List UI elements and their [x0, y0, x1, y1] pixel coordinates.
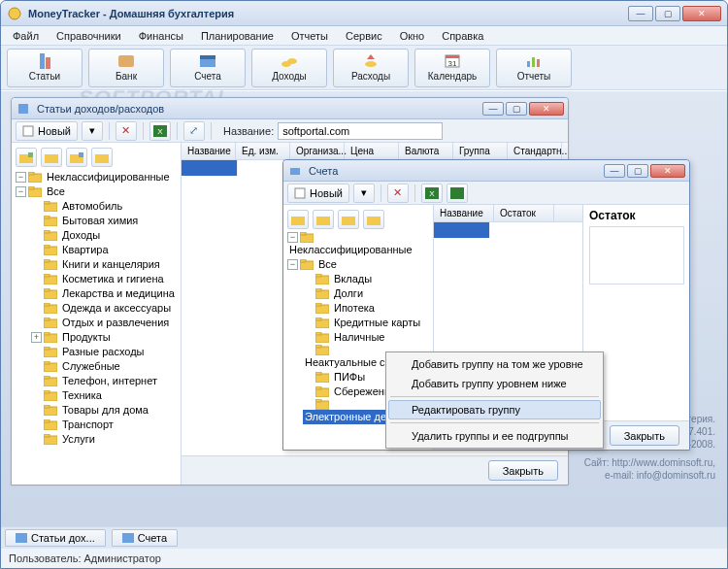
tree-item[interactable]: −ВсеАвтомобильБытовая химияДоходыКвартир… — [16, 184, 179, 447]
new-button[interactable]: Новый — [287, 184, 349, 203]
toolbar-income[interactable]: Доходы — [251, 49, 327, 87]
toolbar-expenses[interactable]: Расходы — [333, 49, 409, 87]
close-button[interactable]: ✕ — [682, 6, 721, 21]
menu-help[interactable]: Справка — [434, 28, 491, 44]
excel2-icon — [450, 187, 464, 199]
delete-button[interactable]: ✕ — [387, 184, 409, 203]
tree-item[interactable]: −Неклассифицированные — [16, 170, 179, 184]
articles-tree[interactable]: −Неклассифицированные−ВсеАвтомобильБытов… — [12, 143, 182, 485]
toolbar-accounts[interactable]: Счета — [170, 49, 246, 87]
expander-icon[interactable]: + — [31, 332, 42, 343]
minimize-button[interactable]: — — [628, 6, 653, 21]
ctx-add-same-level[interactable]: Добавить группу на том же уровне — [388, 354, 601, 374]
svg-rect-94 — [16, 533, 27, 543]
menu-directories[interactable]: Справочники — [49, 28, 129, 44]
tree-item[interactable]: Книги и канцелярия — [31, 257, 179, 272]
toolbar-dropdown[interactable]: ▾ — [82, 121, 103, 141]
tree-item[interactable]: Вклады — [303, 272, 431, 286]
tree-item[interactable]: Кредитные карты — [303, 316, 431, 330]
tree-item[interactable]: Косметика и гигиена — [31, 272, 179, 286]
child-minimize-button[interactable]: — — [482, 102, 504, 116]
tree-item[interactable]: Автомобиль — [31, 199, 179, 214]
grid-column-header[interactable]: Остаток — [494, 205, 554, 221]
tree-item[interactable]: +Продукты — [31, 330, 179, 345]
tree-item[interactable]: Телефон, интернет — [31, 374, 179, 388]
child-maximize-button[interactable]: ▢ — [506, 102, 527, 116]
ctx-edit-group[interactable]: Редактировать группу — [388, 400, 601, 419]
tree-item[interactable]: Наличные — [303, 330, 431, 345]
tree-item[interactable]: Долги — [303, 286, 431, 301]
grid-column-header[interactable]: Цена — [345, 143, 399, 159]
ctx-delete-group[interactable]: Удалить группы и ее подгруппы — [388, 426, 601, 446]
add-subfolder-button[interactable] — [41, 148, 62, 167]
child-close-button[interactable]: ✕ — [650, 164, 685, 178]
expander-icon[interactable]: − — [16, 186, 26, 197]
tree-item[interactable]: −Неклассифицированные — [287, 232, 431, 257]
grid-column-header[interactable]: Валюта — [399, 143, 453, 159]
excel2-button[interactable] — [447, 184, 468, 203]
expander-icon[interactable]: − — [287, 232, 298, 243]
svg-rect-54 — [44, 376, 50, 379]
close-dialog-button[interactable]: Закрыть — [610, 425, 679, 446]
tree-item[interactable]: Одежда и аксессуары — [31, 301, 179, 316]
child-maximize-button[interactable]: ▢ — [627, 164, 648, 178]
tree-item[interactable]: Доходы — [31, 228, 179, 243]
edit-folder-button[interactable] — [338, 210, 359, 229]
folder-icon — [315, 399, 329, 410]
delete-button[interactable]: ✕ — [116, 121, 137, 141]
delete-folder-button[interactable] — [363, 210, 384, 229]
toolbar-dropdown[interactable]: ▾ — [353, 184, 375, 203]
tree-item[interactable]: Бытовая химия — [31, 214, 179, 228]
toolbar-reports[interactable]: Отчеты — [496, 49, 572, 87]
tree-item[interactable]: Разные расходы — [31, 345, 179, 359]
add-subfolder-button[interactable] — [313, 210, 334, 229]
edit-folder-button[interactable] — [66, 148, 87, 167]
delete-folder-button[interactable] — [91, 148, 113, 167]
maximize-button[interactable]: ▢ — [655, 6, 680, 21]
grid-column-header[interactable]: Название — [182, 143, 236, 159]
menu-service[interactable]: Сервис — [338, 28, 390, 44]
tab-articles[interactable]: Статьи дох... — [5, 529, 106, 547]
tree-item[interactable]: Служебные — [31, 359, 179, 374]
grid-column-header[interactable]: Организа... — [290, 143, 345, 159]
grid-column-header[interactable]: Группа — [453, 143, 508, 159]
menu-reports[interactable]: Отчеты — [283, 28, 336, 44]
grid-column-header[interactable]: Название — [434, 205, 494, 221]
menu-planning[interactable]: Планирование — [193, 28, 281, 44]
menu-file[interactable]: Файл — [5, 28, 47, 44]
toolbar-calendar[interactable]: 31 Календарь — [414, 49, 490, 87]
grid-column-header[interactable]: Стандартн... — [508, 143, 562, 159]
grid-header[interactable]: НазваниеЕд. изм.Организа...ЦенаВалютаГру… — [182, 143, 568, 160]
grid-column-header[interactable]: Ед. изм. — [236, 143, 290, 159]
child-minimize-button[interactable]: — — [604, 164, 625, 178]
add-folder-button[interactable] — [16, 148, 37, 167]
tree-item[interactable]: Квартира — [31, 243, 179, 257]
name-input[interactable] — [278, 122, 443, 140]
grid-row[interactable] — [434, 222, 582, 238]
toolbar-bank[interactable]: Банк — [88, 49, 164, 87]
tree-item[interactable]: Техника — [31, 388, 179, 403]
toolbar-articles[interactable]: Статьи — [7, 49, 83, 87]
svg-rect-95 — [122, 533, 134, 543]
svg-rect-38 — [44, 259, 50, 262]
menu-finance[interactable]: Финансы — [131, 28, 191, 44]
tree-item[interactable]: Товары для дома — [31, 403, 179, 418]
excel-button[interactable]: X — [421, 184, 443, 203]
new-button[interactable]: Новый — [16, 121, 78, 141]
tree-item[interactable]: Ипотека — [303, 301, 431, 316]
expander-icon[interactable]: − — [16, 172, 26, 183]
tree-item[interactable]: Отдых и развлечения — [31, 316, 179, 330]
tab-accounts[interactable]: Счета — [112, 529, 178, 547]
child-close-button[interactable]: ✕ — [529, 102, 564, 116]
expander-icon[interactable]: − — [287, 259, 298, 270]
tree-item[interactable]: Транспорт — [31, 418, 179, 432]
svg-rect-68 — [291, 217, 305, 225]
add-folder-button[interactable] — [287, 210, 309, 229]
menu-window[interactable]: Окно — [392, 28, 433, 44]
excel-button[interactable]: X — [149, 121, 171, 141]
expand-button[interactable]: ⤢ — [183, 121, 205, 141]
tree-item[interactable]: Услуги — [31, 432, 179, 447]
ctx-add-below-level[interactable]: Добавить группу уровнем ниже — [388, 374, 601, 393]
tree-item[interactable]: Лекарства и медицина — [31, 286, 179, 301]
grid-header[interactable]: НазваниеОстаток — [434, 205, 582, 222]
